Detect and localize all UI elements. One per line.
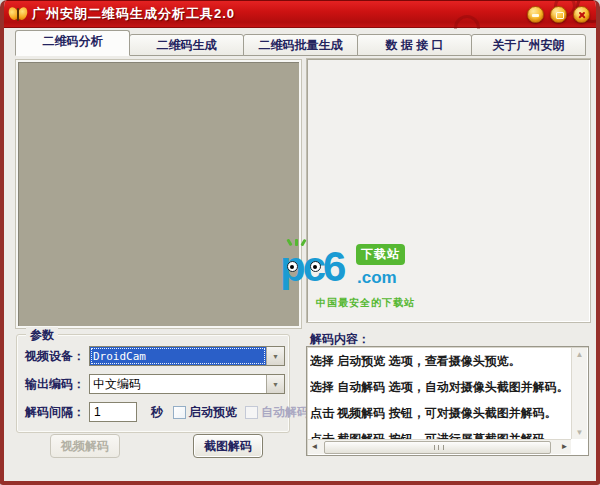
scrollbar-grip bbox=[434, 445, 444, 450]
decode-instruction-line: 选择 自动解码 选项，自动对摄像头截图并解码。 bbox=[310, 374, 571, 400]
decode-instruction-line: 点击 截图解码 按钮，可进行屏幕截图并解码。 bbox=[310, 426, 571, 439]
seconds-unit-label: 秒 bbox=[151, 404, 163, 421]
decode-interval-input[interactable] bbox=[89, 402, 137, 422]
chevron-down-icon: ▼ bbox=[272, 353, 279, 360]
window-body: 二维码分析 二维码生成 二维码批量生成 数 据 接 口 关于广州安朗 pc6 下… bbox=[4, 28, 596, 481]
video-device-dropdown-button[interactable]: ▼ bbox=[266, 347, 284, 365]
minimize-button[interactable] bbox=[527, 6, 544, 23]
tab-data-interface[interactable]: 数 据 接 口 bbox=[357, 34, 472, 56]
pc6-watermark: pc6 下载站 .com 中国最安全的下载站 bbox=[280, 244, 430, 324]
minimize-icon bbox=[532, 14, 539, 17]
auto-decode-label: 自动解码 bbox=[261, 404, 309, 421]
tab-qrcode-generate[interactable]: 二维码生成 bbox=[129, 34, 244, 56]
vertical-scrollbar[interactable]: ▲ ▼ bbox=[571, 348, 587, 439]
start-preview-label: 启动预览 bbox=[189, 404, 237, 421]
chevron-down-icon: ▼ bbox=[272, 381, 279, 388]
camera-preview-panel bbox=[16, 60, 301, 328]
decode-instruction-line: 选择 启动预览 选项，查看摄像头预览。 bbox=[310, 348, 571, 374]
window-title: 广州安朗二维码生成分析工具2.0 bbox=[32, 5, 235, 23]
auto-decode-checkbox[interactable] bbox=[245, 406, 258, 419]
scroll-down-icon[interactable]: ▼ bbox=[572, 426, 587, 439]
maximize-icon bbox=[556, 12, 564, 19]
horizontal-scrollbar-thumb[interactable] bbox=[324, 441, 551, 454]
output-encoding-label: 输出编码： bbox=[25, 376, 89, 393]
scroll-right-icon[interactable]: ► bbox=[558, 440, 571, 454]
close-button[interactable] bbox=[573, 6, 590, 23]
pc6-domain-text: .com bbox=[357, 268, 397, 288]
tab-qrcode-analysis[interactable]: 二维码分析 bbox=[15, 30, 130, 56]
video-device-value: DroidCam bbox=[90, 347, 266, 365]
screenshot-decode-button[interactable]: 截图解码 bbox=[193, 434, 263, 458]
pc6-tagline: 中国最安全的下载站 bbox=[316, 296, 415, 310]
tab-qrcode-batch-generate[interactable]: 二维码批量生成 bbox=[243, 34, 358, 56]
start-preview-checkbox[interactable] bbox=[173, 406, 186, 419]
output-encoding-value: 中文编码 bbox=[90, 375, 266, 393]
video-device-label: 视频设备： bbox=[25, 348, 89, 365]
butterfly-app-icon bbox=[8, 6, 28, 22]
tab-bar: 二维码分析 二维码生成 二维码批量生成 数 据 接 口 关于广州安朗 bbox=[15, 30, 585, 56]
scroll-left-icon[interactable]: ◄ bbox=[308, 440, 321, 454]
decode-interval-label: 解码间隔： bbox=[25, 404, 89, 421]
parameters-group-title: 参数 bbox=[26, 327, 58, 344]
decode-content-textbox[interactable]: 选择 启动预览 选项，查看摄像头预览。 选择 自动解码 选项，自动对摄像头截图并… bbox=[306, 346, 589, 456]
video-device-combobox[interactable]: DroidCam ▼ bbox=[89, 346, 285, 366]
decode-instruction-line: 点击 视频解码 按钮，可对摄像头截图并解码。 bbox=[310, 400, 571, 426]
scroll-up-icon[interactable]: ▲ bbox=[572, 348, 587, 361]
pc6-logo-eye bbox=[287, 261, 298, 272]
start-preview-checkbox-group: 启动预览 bbox=[173, 404, 237, 421]
decode-content-text: 选择 启动预览 选项，查看摄像头预览。 选择 自动解码 选项，自动对摄像头截图并… bbox=[310, 348, 571, 439]
parameters-groupbox: 参数 视频设备： DroidCam ▼ 输出编码： 中文编码 ▼ 解码间隔： 秒 bbox=[16, 334, 290, 433]
output-encoding-combobox[interactable]: 中文编码 ▼ bbox=[89, 374, 285, 394]
tab-about[interactable]: 关于广州安朗 bbox=[471, 34, 586, 56]
output-encoding-dropdown-button[interactable]: ▼ bbox=[266, 375, 284, 393]
auto-decode-checkbox-group: 自动解码 bbox=[245, 404, 309, 421]
pc6-bubble-label: 下载站 bbox=[356, 244, 405, 265]
video-decode-button[interactable]: 视频解码 bbox=[50, 434, 120, 458]
maximize-button[interactable] bbox=[550, 6, 567, 23]
app-window: 广州安朗二维码生成分析工具2.0 二维码分析 二维码生成 二维码批量生成 数 据… bbox=[0, 0, 600, 485]
horizontal-scrollbar[interactable]: ◄ ► bbox=[308, 439, 571, 454]
pc6-logo-eye bbox=[310, 261, 321, 272]
titlebar: 广州安朗二维码生成分析工具2.0 bbox=[0, 0, 600, 28]
